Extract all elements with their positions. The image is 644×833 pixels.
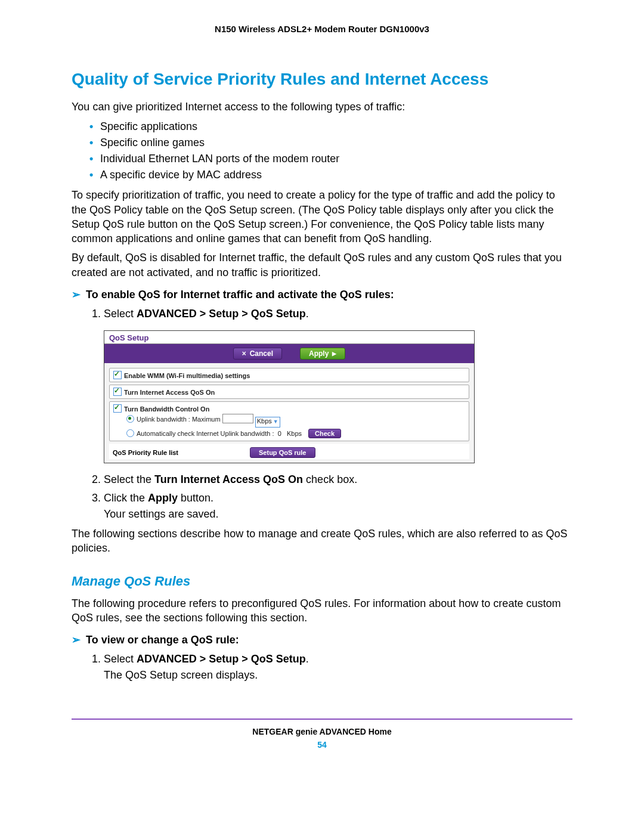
step-item: Select ADVANCED > Setup > QoS Setup. — [104, 306, 572, 322]
body-paragraph: The following sections describe how to m… — [72, 527, 572, 556]
list-item: Individual Ethernet LAN ports of the mod… — [89, 151, 572, 167]
page-title: Quality of Service Priority Rules and In… — [72, 70, 572, 89]
apply-button[interactable]: Apply▶ — [300, 348, 345, 360]
procedure-heading: ➢To enable QoS for Internet traffic and … — [72, 288, 572, 301]
procedure-heading: ➢To view or change a QoS rule: — [72, 633, 572, 646]
step-item: Select ADVANCED > Setup > QoS Setup. The… — [104, 651, 572, 683]
chevron-down-icon: ▼ — [273, 419, 278, 425]
list-item: Specific applications — [89, 119, 572, 135]
internet-qos-row[interactable]: Turn Internet Access QoS On — [109, 385, 469, 399]
checkbox-icon[interactable] — [113, 404, 122, 413]
document-header: N150 Wireless ADSL2+ Modem Router DGN100… — [72, 24, 572, 34]
checkbox-icon[interactable] — [113, 371, 122, 379]
check-button[interactable]: Check — [308, 429, 341, 438]
page-number: 54 — [72, 740, 572, 750]
radio-icon[interactable] — [126, 415, 134, 423]
step-item: Click the Apply button. Your settings ar… — [104, 490, 572, 522]
bandwidth-control-row: Turn Bandwidth Control On Uplink bandwid… — [109, 401, 469, 441]
unit-select[interactable]: Kbps▼ — [255, 417, 280, 428]
setup-qos-rule-button[interactable]: Setup QoS rule — [250, 447, 315, 458]
qos-setup-screenshot: QoS Setup ×Cancel Apply▶ Enable WMM (Wi-… — [104, 330, 475, 463]
cancel-button[interactable]: ×Cancel — [233, 348, 282, 360]
arrow-icon: ➢ — [72, 288, 86, 301]
step-result: Your settings are saved. — [104, 506, 572, 522]
body-paragraph: By default, QoS is disabled for Internet… — [72, 250, 572, 280]
step-result: The QoS Setup screen displays. — [104, 667, 572, 683]
play-icon: ▶ — [332, 351, 336, 357]
body-paragraph: To specify prioritization of traffic, yo… — [72, 188, 572, 246]
footer-rule — [72, 719, 572, 720]
section-heading: Manage QoS Rules — [72, 574, 572, 589]
list-item: Specific online games — [89, 135, 572, 151]
traffic-types-list: Specific applications Specific online ga… — [72, 119, 572, 183]
panel-button-bar: ×Cancel Apply▶ — [104, 344, 474, 363]
radio-icon[interactable] — [126, 429, 134, 437]
step-item: Select the Turn Internet Access QoS On c… — [104, 472, 572, 488]
intro-paragraph: You can give prioritized Internet access… — [72, 100, 572, 114]
priority-rule-label: QoS Priority Rule list — [113, 449, 178, 456]
footer-text: NETGEAR genie ADVANCED Home — [72, 727, 572, 736]
uplink-input[interactable] — [222, 414, 253, 423]
enable-wmm-row[interactable]: Enable WMM (Wi-Fi multimedia) settings — [109, 368, 469, 382]
close-icon: × — [242, 349, 246, 358]
list-item: A specific device by MAC address — [89, 167, 572, 183]
arrow-icon: ➢ — [72, 633, 86, 646]
panel-title: QoS Setup — [104, 331, 474, 344]
body-paragraph: The following procedure refers to precon… — [72, 596, 572, 625]
checkbox-icon[interactable] — [113, 388, 122, 396]
